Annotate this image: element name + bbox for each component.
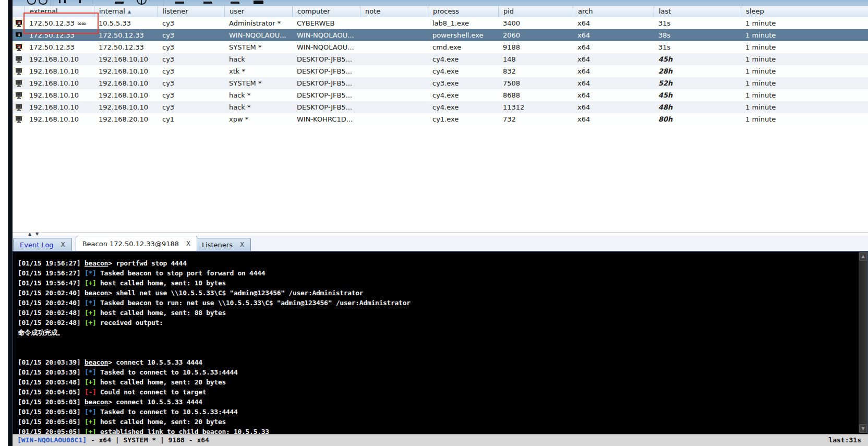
toolbar-icon-fragment[interactable] — [64, 0, 66, 3]
toolbar-icon-fragment[interactable] — [175, 2, 184, 4]
cell-process: cy4.exe — [428, 65, 498, 77]
toolbar-separator — [92, 0, 92, 6]
console-line: [01/15 20:05:05] [+] established link to… — [18, 427, 854, 434]
cell-listener: cy3 — [158, 29, 224, 41]
table-row[interactable]: 192.168.10.10192.168.10.10cy3hack *DESKT… — [13, 101, 868, 113]
toolbar-icon-fragment[interactable] — [115, 2, 124, 4]
toolbar-icon-fragment[interactable] — [231, 2, 239, 4]
table-row[interactable]: 192.168.10.10192.168.10.10cy3hackDESKTOP… — [13, 53, 868, 65]
console-segment-txt: established link to child beacon: 10.5.5… — [97, 428, 269, 434]
console-line: [01/15 20:03:48] [+] host called home, s… — [18, 377, 854, 387]
console-line: [01/15 20:02:40] beacon> shell net use \… — [18, 288, 854, 298]
console-segment-star: [*] — [85, 299, 97, 307]
table-row[interactable]: 192.168.10.10192.168.20.10cy1xpw *WIN-KO… — [13, 113, 868, 125]
toolbar-icon-fragment[interactable] — [27, 0, 36, 5]
cell-computer: DESKTOP-JFB5... — [292, 53, 360, 65]
cell-listener: cy3 — [158, 53, 224, 65]
monitor-selected-icon — [13, 29, 25, 41]
cell-note — [360, 77, 428, 89]
toolbar-icon-fragment[interactable] — [254, 1, 263, 4]
screen-left-gutter — [0, 0, 8, 446]
console-segment-plus: [+] — [85, 428, 97, 434]
table-row[interactable]: 192.168.10.10192.168.10.10cy3SYSTEM *DES… — [13, 77, 868, 89]
scrollbar-up-icon[interactable]: ▲ — [859, 252, 867, 261]
table-row[interactable]: 192.168.10.10192.168.10.10cy3xtk *DESKTO… — [13, 65, 868, 77]
toolbar-icon-fragment[interactable] — [79, 0, 81, 3]
cell-computer: CYBERWEB — [292, 17, 360, 29]
column-header-icon[interactable] — [13, 6, 25, 17]
cell-external: 172.50.12.33∞∞ — [25, 17, 94, 29]
status-last-checkin: last:31s — [828, 435, 861, 446]
column-header-listener[interactable]: listener — [158, 6, 224, 17]
cell-sleep: 1 minute — [741, 113, 868, 125]
tab-event-log[interactable]: Event LogX — [13, 238, 72, 251]
cell-internal: 192.168.10.10 — [94, 77, 158, 89]
session-table-header: externalinternal▲listenerusercomputernot… — [13, 6, 868, 18]
cell-arch: x64 — [573, 77, 654, 89]
console-segment-txt: received output: — [97, 319, 163, 327]
console-segment-txt: Tasked to connect to 10.5.5.33:4444 — [97, 408, 238, 416]
window-left-border — [8, 0, 13, 446]
cell-arch: x64 — [573, 53, 654, 65]
cell-note — [360, 41, 428, 53]
close-icon[interactable]: X — [240, 241, 244, 248]
cell-computer: WIN-NQOLAOU... — [292, 29, 360, 41]
column-header-internal[interactable]: internal▲ — [94, 6, 158, 17]
toolbar-icon-fragment[interactable] — [203, 2, 212, 4]
cell-process: cy4.exe — [428, 101, 498, 113]
column-header-process[interactable]: process — [428, 6, 498, 17]
table-row[interactable]: 172.50.12.33∞∞10.5.5.33cy3Administrator … — [13, 17, 868, 29]
column-header-pid[interactable]: pid — [498, 6, 573, 17]
table-row[interactable]: 172.50.12.33172.50.12.33cy3WIN-NQOLAOU..… — [13, 29, 868, 41]
console-line: [01/15 20:05:05] [+] host called home, s… — [18, 417, 854, 427]
cell-external: 172.50.12.33 — [25, 41, 94, 53]
close-icon[interactable]: X — [61, 241, 65, 248]
cell-computer: DESKTOP-JFB5... — [292, 77, 360, 89]
column-header-computer[interactable]: computer — [292, 6, 360, 17]
cell-sleep: 1 minute — [741, 53, 868, 65]
console-segment-ts: [01/15 20:05:03] — [18, 398, 85, 406]
scrollbar-down-icon[interactable]: ▼ — [859, 424, 867, 433]
globe-icon[interactable] — [137, 0, 147, 5]
cell-process: lab8_1.exe — [428, 17, 498, 29]
close-icon[interactable]: X — [186, 240, 190, 247]
console-segment-txt: host called home, sent: 88 bytes — [97, 309, 226, 317]
toolbar-icon-fragment[interactable] — [39, 0, 47, 5]
cell-external: 192.168.10.10 — [25, 113, 94, 125]
column-header-user[interactable]: user — [224, 6, 292, 17]
console-line: [01/15 20:02:48] [+] received output: — [18, 318, 854, 328]
sort-asc-icon: ▲ — [128, 9, 131, 14]
beacon-console[interactable]: [01/15 19:56:27] beacon> rportfwd stop 4… — [13, 251, 868, 434]
cell-pid: 9188 — [498, 41, 573, 53]
monitor-gray-flame-icon — [13, 77, 25, 89]
cell-user: WIN-NQOLAOU... — [224, 29, 292, 41]
console-segment-ts: [01/15 20:02:48] — [18, 319, 85, 327]
console-segment-txt: Tasked beacon to run: net use \\10.5.5.3… — [97, 299, 411, 307]
column-header-sleep[interactable]: sleep — [741, 6, 868, 17]
toolbar-icon-fragment[interactable] — [59, 0, 61, 3]
column-header-last[interactable]: last — [654, 6, 741, 17]
table-row[interactable]: 192.168.10.10192.168.10.10cy3hack *DESKT… — [13, 89, 868, 101]
cell-pid: 11312 — [498, 101, 573, 113]
console-line: [01/15 19:56:47] [+] host called home, s… — [18, 278, 854, 288]
column-header-arch[interactable]: arch — [573, 6, 654, 17]
column-header-external[interactable]: external — [25, 6, 94, 17]
tab-listeners[interactable]: ListenersX — [195, 238, 251, 251]
console-line: [01/15 20:05:03] beacon> connect 10.5.5.… — [18, 397, 854, 407]
console-scrollbar[interactable]: ▲ ▼ — [859, 252, 867, 433]
cell-internal: 192.168.10.10 — [94, 53, 158, 65]
console-line: [01/15 20:04:05] [-] Could not connect t… — [18, 387, 854, 397]
console-line: [01/15 20:03:39] [*] Tasked to connect t… — [18, 367, 854, 377]
cell-user: Administrator * — [224, 17, 292, 29]
cell-pid: 3400 — [498, 17, 573, 29]
column-header-note[interactable]: note — [360, 6, 428, 17]
console-line: [01/15 20:03:39] beacon> connect 10.5.5.… — [18, 357, 854, 367]
cell-sleep: 1 minute — [741, 89, 868, 101]
cell-last: 45h — [654, 53, 741, 65]
cell-internal: 192.168.10.10 — [94, 65, 158, 77]
tab-beacon-172-50-12-33-9188[interactable]: Beacon 172.50.12.33@9188X — [76, 236, 198, 251]
cell-last: 38s — [654, 29, 741, 41]
table-row[interactable]: 172.50.12.33172.50.12.33cy3SYSTEM *WIN-N… — [13, 41, 868, 53]
cell-user: SYSTEM * — [224, 77, 292, 89]
console-segment-minus: [-] — [85, 388, 97, 396]
